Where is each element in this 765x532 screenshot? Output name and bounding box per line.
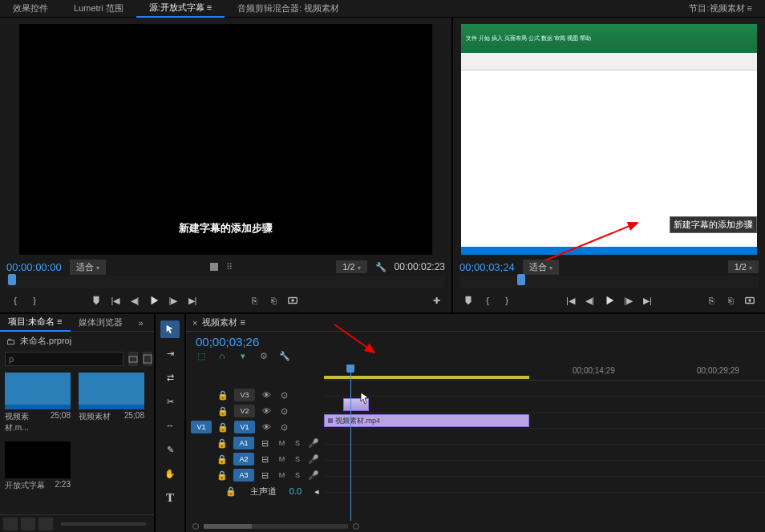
source-timecode-in[interactable]: 00:00:00:00 bbox=[6, 261, 62, 273]
solo-button[interactable]: S bbox=[292, 439, 303, 447]
mute-button[interactable]: M bbox=[277, 439, 288, 447]
track-v3[interactable] bbox=[324, 381, 765, 397]
solo-button[interactable]: S bbox=[292, 455, 303, 463]
toggle-output-icon[interactable]: 👁 bbox=[260, 389, 273, 401]
export-frame-button[interactable] bbox=[284, 292, 302, 308]
go-to-in-button[interactable]: |◀ bbox=[562, 292, 580, 308]
step-back-button[interactable]: ◀| bbox=[581, 292, 599, 308]
track-a1[interactable] bbox=[324, 429, 765, 445]
mark-out-button[interactable]: } bbox=[498, 292, 516, 308]
sync-lock-icon[interactable]: ⊙ bbox=[277, 389, 290, 401]
track-a3[interactable] bbox=[324, 461, 765, 477]
work-area-bar[interactable] bbox=[324, 376, 529, 379]
program-resolution-dropdown[interactable]: 1/2 ▾ bbox=[728, 260, 759, 273]
play-button[interactable] bbox=[145, 292, 163, 308]
track-master[interactable] bbox=[324, 477, 765, 493]
toggle-output-icon[interactable]: 👁 bbox=[260, 405, 273, 417]
filter-button[interactable] bbox=[143, 352, 152, 366]
settings-icon[interactable]: 🔧 bbox=[375, 262, 387, 272]
snap-icon[interactable]: ⬚ bbox=[196, 350, 207, 361]
linked-selection-icon[interactable]: ∩ bbox=[217, 350, 228, 361]
add-marker-button[interactable] bbox=[459, 292, 477, 308]
go-to-out-button[interactable]: ▶| bbox=[184, 292, 201, 308]
go-to-in-button[interactable]: |◀ bbox=[107, 292, 124, 308]
lock-icon[interactable]: 🔒 bbox=[217, 389, 229, 401]
slip-tool[interactable]: ↔ bbox=[160, 417, 180, 434]
source-resolution-dropdown[interactable]: 1/2 ▾ bbox=[336, 260, 366, 273]
play-button[interactable] bbox=[601, 292, 618, 308]
export-frame-button[interactable] bbox=[741, 292, 759, 308]
track-v1[interactable]: 视频素材.mp4 bbox=[324, 413, 765, 429]
expand-icon[interactable]: ◂ bbox=[314, 486, 319, 497]
new-bin-button[interactable] bbox=[128, 352, 138, 366]
lock-icon[interactable]: 🔒 bbox=[217, 421, 229, 433]
step-back-button[interactable]: ◀| bbox=[126, 292, 144, 308]
tab-effect-controls[interactable]: 效果控件 bbox=[0, 0, 61, 17]
tab-source-caption[interactable]: 源:开放式字幕 ≡ bbox=[136, 0, 225, 18]
tab-audio-clip-mixer[interactable]: 音频剪辑混合器: 视频素材 bbox=[225, 0, 352, 17]
mute-button[interactable]: M bbox=[277, 455, 288, 463]
lock-icon[interactable]: 🔒 bbox=[225, 485, 237, 498]
mute-icon[interactable]: ⊟ bbox=[259, 437, 272, 449]
track-header-a1[interactable]: 🔒 A1 ⊟ M S 🎤 bbox=[186, 435, 324, 451]
mark-in-button[interactable]: { bbox=[6, 292, 24, 308]
source-patch[interactable]: V1 bbox=[191, 421, 212, 433]
project-bin-row[interactable]: 🗀 未命名.prproj bbox=[0, 332, 154, 350]
solo-button[interactable]: S bbox=[292, 471, 303, 479]
voice-over-icon[interactable]: 🎤 bbox=[308, 470, 319, 481]
extract-button[interactable]: ⎗ bbox=[722, 292, 739, 308]
mute-button[interactable]: M bbox=[277, 471, 288, 479]
sequence-tab[interactable]: 视频素材 ≡ bbox=[202, 316, 245, 328]
pen-tool[interactable]: ✎ bbox=[160, 441, 180, 458]
timeline-close-icon[interactable]: × bbox=[192, 318, 197, 328]
source-time-ruler[interactable] bbox=[6, 276, 445, 288]
voice-over-icon[interactable]: 🎤 bbox=[308, 454, 319, 465]
track-target[interactable]: A1 bbox=[233, 437, 254, 449]
track-target[interactable]: V1 bbox=[234, 421, 255, 433]
hand-tool[interactable]: ✋ bbox=[160, 465, 180, 482]
zoom-in-button[interactable] bbox=[353, 523, 359, 530]
grip-icon[interactable]: ⠿ bbox=[226, 262, 233, 272]
track-v2[interactable] bbox=[324, 397, 765, 413]
panel-menu-icon[interactable]: » bbox=[131, 316, 152, 330]
overwrite-button[interactable]: ⎗ bbox=[265, 292, 282, 308]
track-a2[interactable] bbox=[324, 445, 765, 461]
lock-icon[interactable]: 🔒 bbox=[217, 469, 229, 482]
track-header-a2[interactable]: 🔒 A2 ⊟ M S 🎤 bbox=[186, 451, 324, 467]
program-fit-dropdown[interactable]: 适合 ▾ bbox=[523, 260, 559, 275]
track-header-v1[interactable]: V1 🔒 V1 👁 ⊙ bbox=[186, 419, 324, 435]
add-marker-button[interactable] bbox=[87, 292, 105, 308]
lock-icon[interactable]: 🔒 bbox=[217, 405, 229, 417]
program-monitor[interactable]: 文件 开始 插入 页面布局 公式 数据 审阅 视图 帮助 新建字幕的添加步骤 bbox=[461, 24, 757, 255]
mute-icon[interactable]: ⊟ bbox=[259, 469, 272, 482]
project-clip-thumb[interactable]: 视频素材.m...25;08 bbox=[5, 373, 71, 433]
program-timecode[interactable]: 00;00;03;24 bbox=[459, 261, 515, 273]
track-header-v3[interactable]: 🔒 V3 👁 ⊙ bbox=[186, 387, 324, 403]
program-time-ruler[interactable] bbox=[459, 276, 759, 288]
mark-in-button[interactable]: { bbox=[479, 292, 496, 308]
track-header-a3[interactable]: 🔒 A3 ⊟ M S 🎤 bbox=[186, 467, 324, 483]
wrench-icon[interactable]: 🔧 bbox=[279, 350, 290, 361]
timeline-ruler[interactable]: 00;00;14;2900;00;29;2900;00;44;28 bbox=[324, 365, 765, 381]
tab-media-browser[interactable]: 媒体浏览器 bbox=[71, 314, 131, 331]
lock-icon[interactable]: 🔒 bbox=[217, 453, 229, 466]
voice-over-icon[interactable]: 🎤 bbox=[308, 438, 319, 449]
razor-tool[interactable]: ✂ bbox=[160, 393, 180, 410]
insert-button[interactable]: ⎘ bbox=[245, 292, 263, 308]
lock-icon[interactable]: 🔒 bbox=[217, 437, 229, 449]
timeline-playhead[interactable] bbox=[350, 365, 351, 521]
track-target[interactable]: A2 bbox=[233, 453, 254, 466]
lift-button[interactable]: ⎘ bbox=[702, 292, 720, 308]
tab-program[interactable]: 节目:视频素材 ≡ bbox=[676, 0, 765, 17]
track-target[interactable]: V3 bbox=[234, 389, 255, 401]
sync-lock-icon[interactable]: ⊙ bbox=[277, 405, 290, 417]
project-clip-thumb[interactable]: 开放式字幕2:23 bbox=[5, 441, 71, 491]
timeline-zoom-scrollbar[interactable] bbox=[204, 524, 348, 529]
zoom-slider[interactable] bbox=[61, 522, 146, 526]
type-tool[interactable]: T bbox=[160, 489, 180, 506]
step-forward-button[interactable]: |▶ bbox=[620, 292, 638, 308]
master-level[interactable]: 0.0 bbox=[289, 486, 302, 496]
clip-video[interactable]: 视频素材.mp4 bbox=[324, 414, 529, 427]
marker-icon[interactable]: ▾ bbox=[237, 350, 249, 361]
sync-lock-icon[interactable]: ⊙ bbox=[277, 421, 290, 433]
